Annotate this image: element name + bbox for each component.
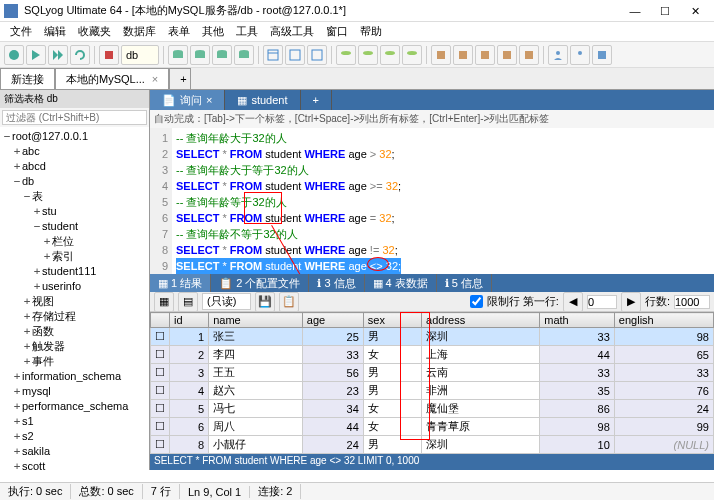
tree-node[interactable]: +abcd [2,159,147,174]
sql-editor[interactable]: 123456789 -- 查询年龄大于32的人 SELECT * FROM st… [150,128,714,274]
limit-from-input[interactable] [587,295,617,309]
tree-node[interactable]: +事件 [2,354,147,369]
query-tab[interactable]: 📄询问× [150,90,225,110]
tool-db3[interactable] [212,45,232,65]
export-icon[interactable]: 💾 [255,292,275,312]
col-header[interactable]: sex [363,313,421,328]
tool-db4[interactable] [234,45,254,65]
tree-node[interactable]: +information_schema [2,369,147,384]
table-row[interactable]: ☐8小靓仔24男深圳10(NULL) [151,436,714,454]
tool-tbl3[interactable] [307,45,327,65]
tree-node[interactable]: +函数 [2,324,147,339]
table-row[interactable]: ☐3王五56男云南3333 [151,364,714,382]
close-tab-icon[interactable]: × [152,73,158,85]
tree-node[interactable]: +performance_schema [2,399,147,414]
host-tab[interactable]: 本地的MySQL...× [55,68,169,89]
tree-node[interactable]: +视图 [2,294,147,309]
tool-new[interactable] [4,45,24,65]
rows-input[interactable] [674,295,710,309]
tool-db1[interactable] [168,45,188,65]
tree-node[interactable]: −表 [2,189,147,204]
tool-ex2[interactable] [358,45,378,65]
readonly-select[interactable]: (只读) [202,293,251,310]
menu-item[interactable]: 其他 [196,22,230,41]
menu-item[interactable]: 数据库 [117,22,162,41]
db-selector[interactable]: db [121,45,159,65]
tree-node[interactable]: +栏位 [2,234,147,249]
tree-node[interactable]: +sakila [2,444,147,459]
tool-u3[interactable] [592,45,612,65]
tree-node[interactable]: +s2 [2,429,147,444]
form-view-icon[interactable]: ▤ [178,292,198,312]
tree-node[interactable]: +abc [2,144,147,159]
tool-ex1[interactable] [336,45,356,65]
tree-node[interactable]: +stu [2,204,147,219]
tool-run-all[interactable] [48,45,68,65]
tool-ex3[interactable] [380,45,400,65]
table-row[interactable]: ☐2李四33女上海4465 [151,346,714,364]
table-row[interactable]: ☐1张三25男深圳3398 [151,328,714,346]
tool-stop[interactable] [99,45,119,65]
add-connection-tab[interactable]: + [169,68,191,89]
grid-view-icon[interactable]: ▦ [154,292,174,312]
copy-icon[interactable]: 📋 [279,292,299,312]
menu-item[interactable]: 文件 [4,22,38,41]
tool-u1[interactable] [548,45,568,65]
table-row[interactable]: ☐5冯七34女魔仙堡8624 [151,400,714,418]
menu-item[interactable]: 窗口 [320,22,354,41]
menu-item[interactable]: 高级工具 [264,22,320,41]
tool-db2[interactable] [190,45,210,65]
col-header[interactable]: age [302,313,363,328]
tool-refresh[interactable] [70,45,90,65]
result-grid[interactable]: idnameagesexaddressmathenglish☐1张三25男深圳3… [150,312,714,454]
tree-node[interactable]: +触发器 [2,339,147,354]
tree-node[interactable]: −student [2,219,147,234]
table-row[interactable]: ☐4赵六23男非洲3576 [151,382,714,400]
tree-node[interactable]: +mysql [2,384,147,399]
menu-item[interactable]: 编辑 [38,22,72,41]
tool-m5[interactable] [519,45,539,65]
tree-node[interactable]: −root@127.0.0.1 [2,129,147,144]
col-header[interactable]: name [209,313,303,328]
maximize-button[interactable]: ☐ [650,1,680,21]
result-tab-4[interactable]: ▦4 表数据 [365,274,437,292]
close-tab-icon[interactable]: × [206,94,212,106]
tool-m3[interactable] [475,45,495,65]
object-tree[interactable]: −root@127.0.0.1+abc+abcd−db−表+stu−studen… [0,127,149,470]
tool-u2[interactable] [570,45,590,65]
tool-tbl1[interactable] [263,45,283,65]
tool-m4[interactable] [497,45,517,65]
minimize-button[interactable]: — [620,1,650,21]
prev-page-icon[interactable]: ◀ [563,292,583,312]
menu-item[interactable]: 收藏夹 [72,22,117,41]
tree-node[interactable]: +索引 [2,249,147,264]
result-tab-2[interactable]: 📋2 个配置文件 [211,274,309,292]
tool-run[interactable] [26,45,46,65]
menu-item[interactable]: 表单 [162,22,196,41]
filter-input[interactable] [2,110,147,125]
next-page-icon[interactable]: ▶ [621,292,641,312]
tool-m1[interactable] [431,45,451,65]
close-button[interactable]: ✕ [680,1,710,21]
tool-m2[interactable] [453,45,473,65]
col-header[interactable]: english [614,313,713,328]
tree-node[interactable]: +scott [2,459,147,470]
tool-ex4[interactable] [402,45,422,65]
result-tab-3[interactable]: ℹ3 信息 [309,274,364,292]
tree-node[interactable]: +student111 [2,264,147,279]
table-row[interactable]: ☐6周八44女青青草原9899 [151,418,714,436]
tree-node[interactable]: +userinfo [2,279,147,294]
add-tab[interactable]: + [301,90,332,110]
col-header[interactable]: math [540,313,615,328]
menu-item[interactable]: 工具 [230,22,264,41]
limit-checkbox[interactable] [470,295,483,308]
tree-node[interactable]: +s1 [2,414,147,429]
student-tab[interactable]: ▦student [225,90,300,110]
tree-node[interactable]: +存储过程 [2,309,147,324]
tool-tbl2[interactable] [285,45,305,65]
result-tab-5[interactable]: ℹ5 信息 [437,274,492,292]
col-header[interactable] [151,313,170,328]
tree-node[interactable]: −db [2,174,147,189]
col-header[interactable]: id [170,313,209,328]
new-connection-tab[interactable]: 新连接 [0,68,55,89]
